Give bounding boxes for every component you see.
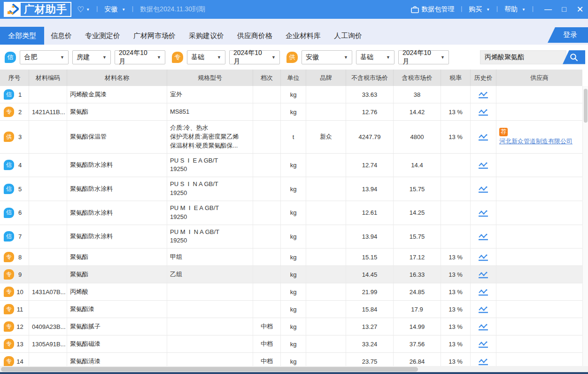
price-history-chart-icon[interactable] [478, 108, 489, 116]
price-history-chart-icon[interactable] [478, 288, 489, 296]
login-button[interactable]: 登录 [548, 27, 588, 43]
tab-6[interactable]: 供应商价格 [231, 27, 279, 45]
filter-select[interactable]: 基础 ▼ [356, 50, 395, 64]
cell-code [29, 353, 67, 366]
cell-brand [306, 249, 346, 265]
column-header: 含税市场价 [394, 70, 441, 86]
cell-no: 专 8 [0, 249, 29, 265]
cell-tax-rate: 13 % [441, 301, 471, 318]
chevron-down-icon: ▼ [271, 55, 276, 60]
cell-history [471, 154, 496, 177]
cell-name: 聚氨酯 [67, 249, 167, 265]
horizontal-scrollbar-thumb[interactable] [1, 367, 418, 372]
tab-8[interactable]: 人工询价 [327, 27, 369, 45]
tab-2[interactable]: 信息价 [44, 27, 78, 45]
supplier-link[interactable]: 河北新众管道制造有限公司 [499, 137, 573, 146]
filter-bar: 信 合肥 ▼ 房建 ▼ 2024年10月 ▼ 专 基础 ▼ 2024年10月 ▼… [0, 45, 588, 70]
row-number: 12 [14, 323, 26, 330]
cell-price-excl-tax: 12.74 [346, 154, 394, 177]
cell-tax-rate [441, 177, 471, 201]
table-row[interactable]: 信 5 聚氨酯防水涂料 PU S Ⅰ N A GB/T 19250 kg 13.… [0, 177, 582, 201]
table-row[interactable]: 供 3 聚氨酯保温管 介质:冷、热水 保护壳材质:高密度聚乙烯 保温材料:硬质聚… [0, 121, 582, 154]
table-row[interactable]: 专 2 1421A11B... 聚氨酯 MS851 kg 12.76 14.42… [0, 103, 582, 121]
chevron-down-icon: ▼ [344, 55, 348, 60]
buy-menu[interactable]: 购买 ▼ [469, 5, 490, 14]
cell-supplier [496, 353, 582, 366]
column-header: 序号 [0, 70, 29, 86]
tab-5[interactable]: 采购建议价 [182, 27, 231, 45]
vertical-scrollbar-thumb[interactable] [584, 89, 588, 123]
filter-select[interactable]: 安徽 ▼ [302, 50, 352, 64]
search-input[interactable]: 丙烯酸聚氨酯 [480, 50, 566, 64]
cell-no: 供 3 [0, 121, 29, 153]
cell-price-excl-tax: 33.24 [346, 335, 394, 352]
source-badge: 专 [4, 304, 14, 314]
filter-select[interactable]: 房建 ▼ [72, 50, 111, 64]
package-expiry: 数据包2024.11.30到期 [140, 5, 205, 14]
column-header: 不含税市场价 [346, 70, 394, 86]
table-row[interactable]: 专 14 聚氨酯清漆 中档 kg 23.75 26.84 13 % [0, 353, 582, 366]
region-caret-icon: ▼ [122, 8, 125, 12]
price-history-chart-icon[interactable] [478, 340, 489, 348]
tab-7[interactable]: 企业材料库 [279, 27, 327, 45]
filter-select[interactable]: 合肥 ▼ [20, 50, 69, 64]
filter-select-value: 合肥 [24, 53, 37, 62]
price-history-chart-icon[interactable] [478, 305, 489, 313]
price-history-chart-icon[interactable] [478, 322, 489, 331]
cell-spec [167, 301, 253, 318]
region-selector[interactable]: 安徽 ▼ [104, 5, 125, 14]
cell-grade [253, 283, 281, 300]
package-manage-button[interactable]: 数据包管理 [411, 5, 454, 14]
column-header: 供应商 [496, 70, 582, 86]
price-history-chart-icon[interactable] [478, 185, 489, 193]
price-history-chart-icon[interactable] [478, 161, 489, 169]
minimize-button[interactable]: — [540, 0, 556, 19]
cell-supplier [496, 103, 582, 120]
filter-select[interactable]: 2024年10月 ▼ [398, 50, 449, 64]
cell-supplier [496, 201, 582, 225]
horizontal-scrollbar[interactable] [0, 366, 588, 373]
price-history-chart-icon[interactable] [478, 253, 489, 261]
tab-4[interactable]: 广材网市场价 [127, 27, 182, 45]
filter-select[interactable]: 2024年10月 ▼ [229, 50, 280, 64]
price-history-chart-icon[interactable] [478, 232, 489, 241]
help-menu[interactable]: 帮助 ▼ [504, 5, 526, 14]
vertical-scrollbar[interactable] [582, 86, 588, 366]
cell-supplier [496, 283, 582, 300]
cell-price-excl-tax: 4247.79 [346, 121, 394, 153]
table-row[interactable]: 信 6 聚氨酯防水涂料 PU M Ⅰ E A GB/T 19250 kg 12.… [0, 201, 582, 225]
cell-tax-rate [441, 225, 471, 249]
maximize-button[interactable]: □ [556, 0, 572, 19]
table-row[interactable]: 信 7 聚氨酯防水涂料 PU M Ⅰ N A GB/T 19250 kg 13.… [0, 225, 582, 249]
table-row[interactable]: 专 9 聚氨酯 乙组 kg 14.45 16.33 13 % [0, 266, 582, 283]
cell-price-excl-tax: 13.27 [346, 318, 394, 335]
price-history-chart-icon[interactable] [478, 357, 489, 366]
source-badge: 专 [4, 321, 14, 332]
filter-select[interactable]: 基础 ▼ [187, 50, 225, 64]
filter-select[interactable]: 2024年10月 ▼ [115, 50, 165, 64]
price-history-chart-icon[interactable] [478, 132, 489, 141]
cell-price-incl-tax: 17.9 [394, 301, 441, 318]
cell-history [471, 86, 496, 103]
table-row[interactable]: 专 13 1305A91B... 聚氨酯磁漆 中档 kg 33.24 37.56… [0, 335, 582, 353]
table-row[interactable]: 专 8 聚氨酯 甲组 kg 15.15 17.12 13 % [0, 249, 582, 266]
table-row[interactable]: 专 12 0409A23B... 聚氨酯腻子 中档 kg 13.27 14.99… [0, 318, 582, 335]
cell-no: 专 9 [0, 266, 29, 283]
price-history-chart-icon[interactable] [478, 270, 489, 279]
cell-no: 信 1 [0, 86, 29, 103]
favorite-heart-icon[interactable]: ♡ [77, 5, 84, 15]
cell-price-incl-tax: 4800 [394, 121, 441, 153]
table-row[interactable]: 专 10 1431A07B... 丙烯酸 kg 21.99 24.85 13 % [0, 283, 582, 301]
table-row[interactable]: 信 4 聚氨酯防水涂料 PU S Ⅰ E A GB/T 19250 kg 12.… [0, 154, 582, 178]
source-badge: 信 [4, 160, 14, 170]
tab-3[interactable]: 专业测定价 [78, 27, 127, 45]
table-row[interactable]: 信 1 丙烯酸金属漆 室外 kg 33.63 38 [0, 86, 582, 103]
price-history-chart-icon[interactable] [478, 90, 489, 99]
row-number: 11 [14, 306, 26, 313]
price-history-chart-icon[interactable] [478, 209, 489, 217]
table-row[interactable]: 专 11 聚氨酯漆 kg 15.84 17.9 13 % [0, 301, 582, 318]
source-badge: 信 [4, 89, 14, 100]
tab-1[interactable]: 全部类型 [0, 27, 44, 45]
favorite-caret-icon[interactable]: ▼ [86, 8, 90, 12]
close-button[interactable]: ✕ [572, 0, 588, 19]
